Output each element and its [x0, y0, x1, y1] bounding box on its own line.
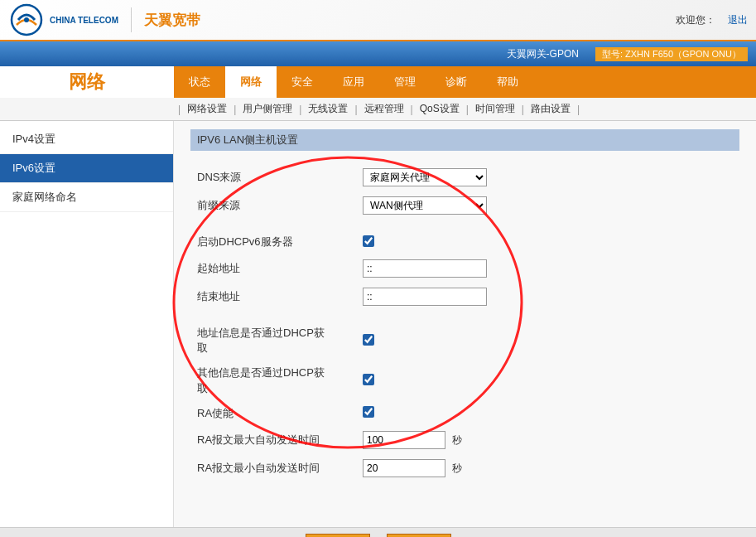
tab-app[interactable]: 应用 [328, 66, 379, 98]
ra-max-time-input[interactable] [363, 431, 445, 449]
end-addr-label: 结束地址 [190, 283, 356, 311]
addr-dhcp-field[interactable] [356, 321, 739, 360]
tianyi-brand: 天翼宽带 [144, 11, 200, 30]
tab-diag[interactable]: 诊断 [431, 66, 482, 98]
dhcpv6-enable-field[interactable] [356, 230, 739, 254]
ra-min-unit: 秒 [449, 462, 462, 474]
ra-max-time-field[interactable]: 秒 [356, 426, 739, 454]
table-row: RA报文最小自动发送时间 秒 [190, 454, 739, 482]
ra-enable-field[interactable] [356, 401, 739, 426]
tab-network[interactable]: 网络 [225, 66, 277, 98]
svg-point-1 [24, 17, 29, 22]
sub-nav-user-management[interactable]: 用户侧管理 [238, 102, 297, 116]
form-table: DNS来源 家庭网关代理 WAN侧代理 前缀来源 WAN侧代理 家庭网关代理 [190, 163, 739, 482]
sub-nav-wireless[interactable]: 无线设置 [303, 102, 353, 116]
table-row: 前缀来源 WAN侧代理 家庭网关代理 [190, 191, 739, 220]
dhcpv6-enable-checkbox[interactable] [363, 235, 374, 247]
ra-min-time-input[interactable] [363, 459, 445, 477]
save-button[interactable]: 保存 [306, 534, 370, 537]
table-row: 起始地址 [190, 254, 739, 283]
nav-tabs: 状态 网络 安全 应用 管理 诊断 帮助 [174, 66, 756, 98]
sidebar: IPv4设置 IPv6设置 家庭网络命名 [0, 121, 174, 527]
table-row: 启动DHCPv6服务器 [190, 230, 739, 254]
dns-source-field[interactable]: 家庭网关代理 WAN侧代理 [356, 163, 739, 191]
brand-english: CHINA TELECOM [50, 16, 118, 25]
ra-max-unit: 秒 [449, 434, 462, 446]
dns-source-select[interactable]: 家庭网关代理 WAN侧代理 [363, 168, 487, 186]
logout-btn[interactable]: 退出 [728, 13, 748, 27]
ra-enable-checkbox[interactable] [363, 406, 374, 418]
main-nav: 网络 状态 网络 安全 应用 管理 诊断 帮助 [0, 66, 756, 98]
ra-enable-label: RA使能 [190, 401, 356, 426]
addr-dhcp-checkbox[interactable] [363, 334, 374, 346]
sub-nav: | 网络设置 | 用户侧管理 | 无线设置 | 远程管理 | QoS设置 | 时… [0, 98, 756, 121]
cancel-button[interactable]: 取消 [387, 534, 451, 537]
telecom-logo-text: CHINA TELECOM [50, 16, 118, 25]
content-area: IPv4设置 IPv6设置 家庭网络命名 IPV6 LAN侧主机设置 DNS来源… [0, 121, 756, 527]
dns-source-label: DNS来源 [190, 163, 356, 191]
sub-nav-route[interactable]: 路由设置 [526, 102, 575, 116]
tab-security[interactable]: 安全 [277, 66, 328, 98]
tab-help[interactable]: 帮助 [482, 66, 533, 98]
sidebar-item-home-network[interactable]: 家庭网络命名 [0, 183, 173, 212]
telecom-logo-icon [8, 3, 46, 36]
table-row: 地址信息是否通过DHCP获取 [190, 321, 739, 360]
addr-dhcp-label: 地址信息是否通过DHCP获取 [190, 321, 356, 360]
end-addr-input[interactable] [363, 288, 487, 306]
bottom-action-bar: 保存 取消 [0, 527, 756, 537]
table-row: RA使能 [190, 401, 739, 426]
logo-area: CHINA TELECOM 天翼宽带 [8, 3, 200, 36]
ra-min-time-label: RA报文最小自动发送时间 [190, 454, 356, 482]
sub-nav-remote[interactable]: 远程管理 [359, 102, 409, 116]
other-dhcp-field[interactable] [356, 360, 739, 400]
end-addr-field[interactable] [356, 283, 739, 311]
table-row: 其他信息是否通过DHCP获取 [190, 360, 739, 400]
model-label: 型号: ZXHN F650（GPON ONU） [595, 47, 748, 61]
header: CHINA TELECOM 天翼宽带 欢迎您： 退出 [0, 0, 756, 41]
sub-nav-network-settings[interactable]: 网络设置 [182, 102, 232, 116]
table-row: 结束地址 [190, 283, 739, 311]
other-dhcp-label: 其他信息是否通过DHCP获取 [190, 360, 356, 400]
start-addr-label: 起始地址 [190, 254, 356, 283]
form-section-title: IPV6 LAN侧主机设置 [190, 129, 739, 151]
sub-nav-items: | 网络设置 | 用户侧管理 | 无线设置 | 远程管理 | QoS设置 | 时… [178, 102, 752, 116]
sidebar-item-ipv6[interactable]: IPv6设置 [0, 154, 173, 183]
sub-nav-time[interactable]: 时间管理 [470, 102, 520, 116]
other-dhcp-checkbox[interactable] [363, 374, 374, 385]
nav-section-title: 网络 [0, 66, 174, 98]
prefix-source-label: 前缀来源 [190, 191, 356, 220]
prefix-source-field[interactable]: WAN侧代理 家庭网关代理 [356, 191, 739, 220]
gateway-bar: 天翼网关-GPON 型号: ZXHN F650（GPON ONU） [0, 41, 756, 66]
welcome-label: 欢迎您： [676, 13, 715, 27]
tab-status[interactable]: 状态 [174, 66, 225, 98]
start-addr-field[interactable] [356, 254, 739, 283]
gateway-label: 天翼网关-GPON [507, 47, 579, 61]
prefix-source-select[interactable]: WAN侧代理 家庭网关代理 [363, 196, 487, 215]
sidebar-item-ipv4[interactable]: IPv4设置 [0, 125, 173, 154]
dhcpv6-enable-label: 启动DHCPv6服务器 [190, 230, 356, 254]
ra-min-time-field[interactable]: 秒 [356, 454, 739, 482]
main-form-area: IPV6 LAN侧主机设置 DNS来源 家庭网关代理 WAN侧代理 前缀来源 [174, 121, 756, 527]
sub-nav-qos[interactable]: QoS设置 [415, 102, 465, 116]
ra-max-time-label: RA报文最大自动发送时间 [190, 426, 356, 454]
start-addr-input[interactable] [363, 259, 487, 278]
table-row: RA报文最大自动发送时间 秒 [190, 426, 739, 454]
tab-manage[interactable]: 管理 [379, 66, 431, 98]
table-row: DNS来源 家庭网关代理 WAN侧代理 [190, 163, 739, 191]
